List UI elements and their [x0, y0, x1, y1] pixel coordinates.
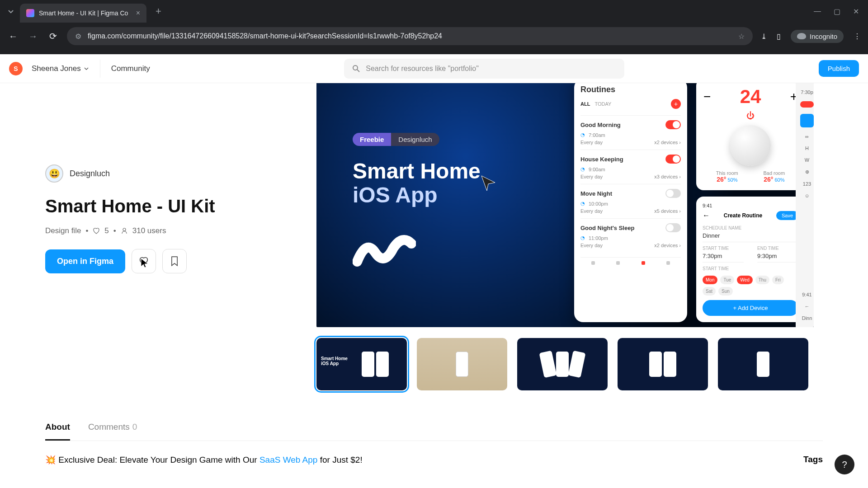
preview-column: Freebie Designluch Smart Home iOS App Ro… — [316, 83, 823, 390]
thumbnail-1[interactable]: Smart HomeiOS App — [316, 338, 407, 390]
tab-about[interactable]: About — [45, 422, 70, 441]
browser-menu-icon[interactable]: ⋮ — [854, 32, 861, 41]
search-input[interactable]: Search for resources like "portfolio" — [344, 59, 624, 79]
routine-item: Good Morning ◔7:00am Every dayx2 devices… — [580, 115, 681, 150]
pill-icon — [800, 101, 814, 108]
thumbnail-4[interactable] — [618, 338, 708, 390]
save-pill: Save — [776, 211, 798, 220]
add-routine-icon: + — [671, 99, 681, 109]
like-button[interactable] — [132, 249, 156, 273]
minimize-icon[interactable]: — — [814, 7, 821, 16]
main-content: 😃 Designluch Smart Home - UI Kit Design … — [0, 83, 868, 390]
tab-title: Smart Home - UI Kit | Figma Co — [39, 9, 132, 17]
power-icon: ⏻ — [703, 111, 797, 121]
temperature-value: 24 — [740, 86, 761, 108]
clock-icon: ◔ — [580, 201, 585, 206]
url-field[interactable]: ⚙ figma.com/community/file/1331647266094… — [67, 27, 753, 45]
freebie-badge: Freebie — [353, 133, 391, 146]
chevron-down-icon — [84, 66, 89, 71]
add-device-button: + Add Device — [703, 300, 798, 316]
file-type: Design file — [45, 226, 81, 235]
resource-title: Smart Home - UI Kit — [45, 196, 289, 216]
tab-search-icon[interactable] — [5, 6, 16, 17]
author-row[interactable]: 😃 Designluch — [45, 164, 289, 183]
reload-button[interactable]: ⟳ — [47, 31, 59, 42]
bookmark-star-icon[interactable]: ☆ — [738, 32, 745, 41]
svg-point-0 — [353, 66, 358, 70]
meta-row: Design file • 5 • 310 users — [45, 226, 289, 235]
incognito-icon — [797, 33, 806, 39]
heart-icon — [93, 227, 100, 235]
user-count: 310 users — [132, 226, 166, 235]
thumbnail-2[interactable] — [417, 338, 507, 390]
tab-bar: Smart Home - UI Kit | Figma Co × + — ▢ ✕ — [0, 0, 868, 23]
phone-tabbar — [580, 257, 681, 265]
routines-title: Routines — [580, 85, 681, 94]
downloads-icon[interactable]: ⤓ — [761, 32, 767, 41]
hero-preview[interactable]: Freebie Designluch Smart Home iOS App Ro… — [316, 83, 814, 327]
browser-chrome: Smart Home - UI Kit | Figma Co × + — ▢ ✕… — [0, 0, 868, 54]
community-link[interactable]: Community — [111, 64, 150, 73]
author-badge: Designluch — [391, 133, 439, 146]
open-in-figma-button[interactable]: Open in Figma — [45, 249, 125, 273]
toggle-icon — [665, 155, 681, 164]
search-icon — [352, 65, 360, 73]
side-strip: 7:30p ∞ H W ⊕ 123 ☺ 9:41 ← Dinn — [796, 83, 814, 327]
like-count: 5 — [104, 226, 108, 235]
author-avatar-icon: 😃 — [45, 164, 63, 183]
thumbnail-3[interactable] — [517, 338, 608, 390]
figma-cursor-icon — [479, 174, 497, 192]
site-settings-icon[interactable]: ⚙ — [75, 32, 81, 41]
url-text: figma.com/community/file/133164726609415… — [88, 32, 732, 40]
resource-info: 😃 Designluch Smart Home - UI Kit Design … — [45, 83, 289, 390]
content-tabs: About Comments0 — [0, 390, 868, 441]
tab-comments[interactable]: Comments0 — [88, 422, 137, 441]
help-button[interactable]: ? — [835, 455, 854, 474]
hero-line1: Smart Home — [353, 160, 481, 183]
address-bar: ← → ⟳ ⚙ figma.com/community/file/1331647… — [0, 23, 868, 50]
maximize-icon[interactable]: ▢ — [834, 7, 840, 16]
figma-header: S Sheena Jones Community Search for reso… — [0, 54, 868, 83]
routine-item: Good Night's Sleep ◔11:00pm Every dayx2 … — [580, 218, 681, 253]
new-tab-button[interactable]: + — [156, 5, 161, 17]
squiggle-icon — [353, 230, 416, 271]
routine-item: House Keeping ◔9:00am Every dayx3 device… — [580, 150, 681, 184]
clock-icon: ◔ — [580, 166, 585, 172]
incognito-badge[interactable]: Incognito — [791, 30, 844, 43]
thumbnail-5[interactable] — [718, 338, 808, 390]
back-button[interactable]: ← — [7, 31, 19, 42]
back-arrow-icon: ← — [703, 211, 710, 220]
clock-icon: ◔ — [580, 132, 585, 138]
users-icon — [121, 227, 128, 235]
svg-point-2 — [123, 228, 126, 231]
minus-icon: − — [703, 89, 711, 104]
toggle-icon — [665, 223, 681, 232]
svg-line-1 — [357, 70, 359, 72]
promo-link[interactable]: SaaS Web App — [259, 455, 318, 465]
bookmark-button[interactable] — [162, 249, 187, 273]
close-window-icon[interactable]: ✕ — [853, 7, 859, 16]
toggle-icon — [665, 120, 681, 129]
routine-item: Move Night ◔10:00pm Every dayx5 devices … — [580, 184, 681, 218]
figma-favicon-icon — [26, 9, 34, 17]
divider — [100, 60, 100, 78]
tab-close-icon[interactable]: × — [136, 9, 140, 17]
chip-today: TODAY — [594, 101, 611, 107]
create-routine-card: 9:41 ← Create Routine Save SCHEDULE NAME… — [696, 197, 805, 322]
thermostat-knob — [730, 125, 771, 166]
hero-text: Freebie Designluch Smart Home iOS App — [316, 83, 481, 327]
thermostat-card: − 24 + ⏻ This room26° 50% Bad room26° 60… — [696, 83, 805, 190]
blue-block-icon — [800, 114, 814, 127]
window-controls: — ▢ ✕ — [814, 7, 863, 16]
user-avatar[interactable]: S — [9, 62, 23, 75]
chip-all: ALL — [580, 101, 590, 107]
routines-phone: Routines ALL TODAY + Good Morning ◔7:00a… — [574, 83, 687, 322]
browser-tab[interactable]: Smart Home - UI Kit | Figma Co × — [20, 4, 146, 23]
forward-button: → — [27, 31, 39, 42]
user-menu[interactable]: Sheena Jones — [32, 64, 89, 73]
publish-button[interactable]: Publish — [819, 60, 859, 77]
author-name: Designluch — [70, 169, 110, 178]
hero-line2: iOS App — [353, 183, 481, 207]
reader-icon[interactable]: ▯ — [777, 32, 781, 41]
toggle-icon — [665, 189, 681, 198]
